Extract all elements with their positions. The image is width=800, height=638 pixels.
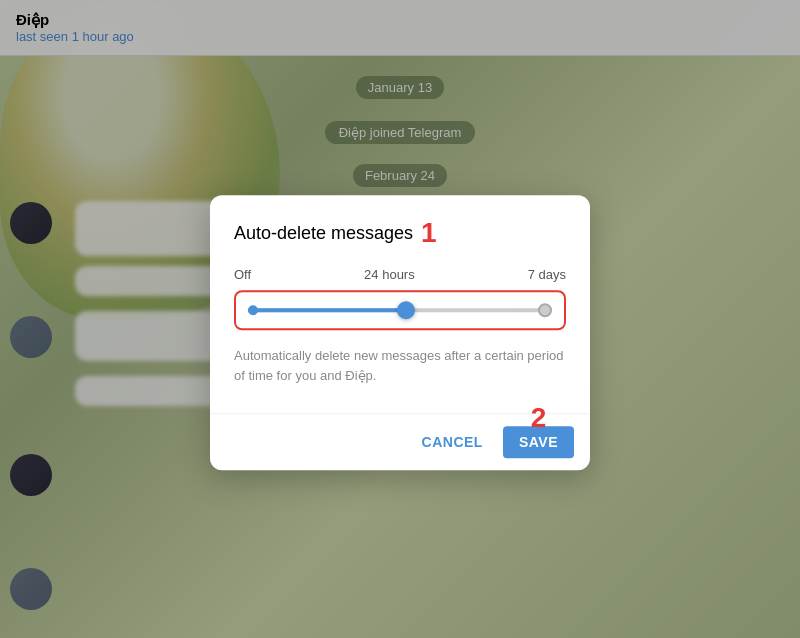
slider-label-off: Off	[234, 267, 251, 282]
modal-title: Auto-delete messages	[234, 223, 413, 244]
step-1-badge: 1	[421, 219, 437, 247]
slider-container[interactable]	[234, 290, 566, 330]
slider-labels: Off 24 hours 7 days	[234, 267, 566, 282]
modal-title-row: Auto-delete messages 1	[234, 219, 566, 247]
slider-label-7d: 7 days	[528, 267, 566, 282]
save-button-wrapper: 2 SAVE	[503, 426, 574, 458]
auto-delete-modal: Auto-delete messages 1 Off 24 hours 7 da…	[210, 195, 590, 470]
slider-thumb[interactable]	[397, 301, 415, 319]
step-2-badge: 2	[531, 404, 547, 432]
slider-track	[248, 308, 552, 312]
slider-thumb-end	[538, 303, 552, 317]
cancel-button[interactable]: CANCEL	[410, 426, 495, 458]
slider-fill	[248, 308, 406, 312]
slider-dot-start	[248, 305, 258, 315]
slider-label-24h: 24 hours	[364, 267, 415, 282]
modal-body: Auto-delete messages 1 Off 24 hours 7 da…	[210, 195, 590, 413]
modal-footer: CANCEL 2 SAVE	[210, 413, 590, 470]
modal-description: Automatically delete new messages after …	[234, 346, 566, 397]
